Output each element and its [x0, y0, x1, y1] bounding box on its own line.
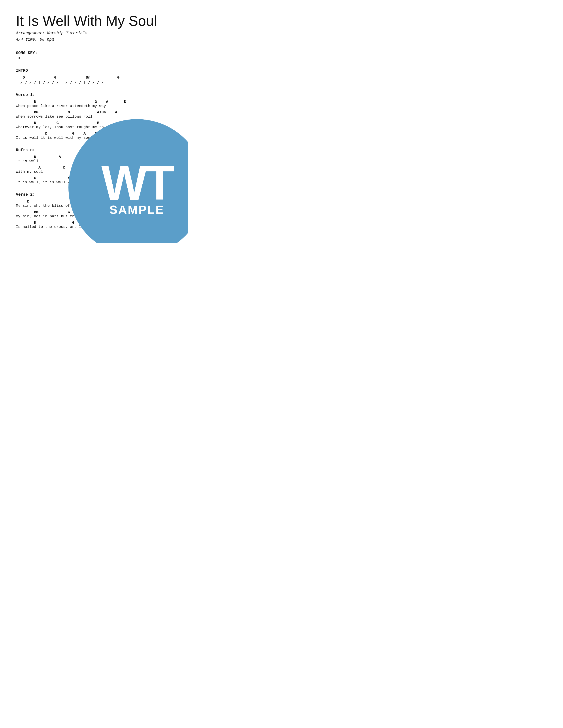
verse1-chord-2: D G E A [16, 121, 172, 125]
verse1-chord-0: D G A D [16, 100, 172, 104]
refrain-label: Refrain: [16, 148, 172, 152]
subtitle: Arrangement: Worship Tutorials 4/4 time,… [16, 30, 172, 43]
page-title: It Is Well With My Soul [16, 13, 172, 29]
refrain-lyric-1: With my soul [16, 170, 172, 174]
intro-chord-line: D G Bm G [16, 75, 172, 80]
verse1-section: Verse 1: D G A DWhen peace like a river … [16, 93, 172, 140]
subtitle-line1: Arrangement: Worship Tutorials [16, 30, 172, 36]
song-key-value: D [18, 56, 172, 60]
verse2-lyric-0: My sin, oh, the bliss of this glorious t… [16, 204, 172, 208]
verse2-block: D G A DMy sin, oh, the bliss of this glo… [16, 199, 172, 229]
intro-block: D G Bm G | / / / / | / / / / | / / / / |… [16, 75, 172, 85]
verse2-label: Verse 2: [16, 192, 172, 197]
song-key-section: SONG KEY: D [16, 51, 172, 60]
refrain-chord-2: G Asus A D [16, 176, 172, 180]
verse1-lyric-1: When sorrows like sea billows roll [16, 114, 172, 119]
verse2-chord-1: Bm G Asus A [16, 210, 172, 214]
intro-bar-line: | / / / / | / / / / | / / / / | / / / / … [16, 81, 172, 85]
verse2-lyric-2: Is nailed to the cross, and I bear it no… [16, 225, 172, 229]
verse1-label: Verse 1: [16, 93, 172, 97]
verse2-lyric-1: My sin, not in part but the whole [16, 214, 172, 218]
intro-label: INTRO: [16, 68, 172, 73]
verse2-chord-0: D G A D [16, 199, 172, 204]
verse2-chord-2: D G E [16, 221, 172, 225]
verse1-chord-1: Bm G Asus A [16, 110, 172, 114]
verse1-lyric-3: It is well it is well with my soul [16, 136, 172, 140]
refrain-section: Refrain: D AIt is well A DWith my soul G… [16, 148, 172, 184]
verse2-section: Verse 2: D G A DMy sin, oh, the bliss of… [16, 192, 172, 229]
refrain-lyric-2: It is well, it is well with my soul [16, 180, 172, 184]
refrain-block: D AIt is well A DWith my soul G Asus A D… [16, 155, 172, 184]
refrain-chord-0: D A [16, 155, 172, 159]
refrain-lyric-0: It is well [16, 159, 172, 163]
verse1-chord-3: D G A D [16, 131, 172, 136]
subtitle-line2: 4/4 time, 68 bpm [16, 36, 172, 43]
refrain-chord-1: A D [16, 165, 172, 170]
verse1-lyric-0: When peace like a river attendeth my way [16, 104, 172, 108]
song-key-label: SONG KEY: [16, 51, 172, 55]
intro-section: INTRO: D G Bm G | / / / / | / / / / | / … [16, 68, 172, 85]
verse1-lyric-2: Whatever my lot, Thou hast taught me to … [16, 125, 172, 129]
verse1-block: D G A DWhen peace like a river attendeth… [16, 100, 172, 140]
